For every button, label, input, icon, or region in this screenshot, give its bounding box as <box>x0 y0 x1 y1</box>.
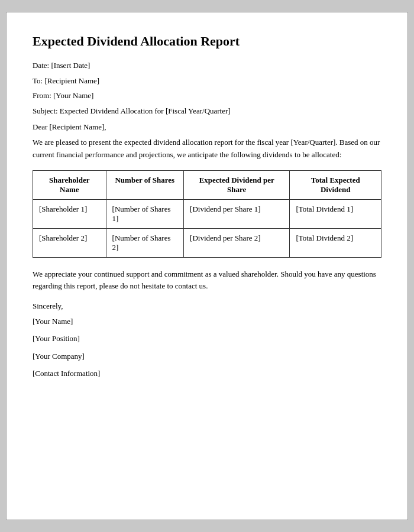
from-line: From: [Your Name] <box>33 90 381 102</box>
sign-off: Sincerely, <box>33 301 381 311</box>
dear-line: Dear [Recipient Name], <box>33 122 381 132</box>
col-header-shareholder: Shareholder Name <box>33 170 106 199</box>
table-header-row: Shareholder Name Number of Shares Expect… <box>33 170 381 199</box>
signer-position: [Your Position] <box>33 332 381 345</box>
to-line: To: [Recipient Name] <box>33 75 381 87</box>
signer-company: [Your Company] <box>33 349 381 363</box>
report-title: Expected Dividend Allocation Report <box>33 34 381 49</box>
col-header-shares: Number of Shares <box>106 170 184 199</box>
cell-dividend-per-share: [Dividend per Share 2] <box>184 228 290 257</box>
cell-dividend-per-share: [Dividend per Share 1] <box>184 199 290 228</box>
cell-total-dividend: [Total Dividend 1] <box>290 199 381 228</box>
subject-line: Subject: Expected Dividend Allocation fo… <box>33 105 381 117</box>
date-line: Date: [Insert Date] <box>33 60 381 72</box>
signer-name: [Your Name] <box>33 314 381 328</box>
cell-shareholder: [Shareholder 2] <box>33 228 106 257</box>
col-header-dividend-per-share: Expected Dividend per Share <box>184 170 290 199</box>
intro-paragraph: We are pleased to present the expected d… <box>33 137 381 160</box>
contact-info: [Contact Information] <box>33 366 381 380</box>
dividend-table: Shareholder Name Number of Shares Expect… <box>33 170 381 258</box>
document-container: Expected Dividend Allocation Report Date… <box>6 12 408 520</box>
col-header-total-dividend: Total Expected Dividend <box>290 170 381 199</box>
table-row: [Shareholder 1][Number of Shares 1][Divi… <box>33 199 381 228</box>
cell-total-dividend: [Total Dividend 2] <box>290 228 381 257</box>
closing-paragraph: We appreciate your continued support and… <box>33 268 381 292</box>
cell-shareholder: [Shareholder 1] <box>33 199 106 228</box>
cell-shares: [Number of Shares 2] <box>106 228 184 257</box>
table-row: [Shareholder 2][Number of Shares 2][Divi… <box>33 228 381 257</box>
cell-shares: [Number of Shares 1] <box>106 199 184 228</box>
